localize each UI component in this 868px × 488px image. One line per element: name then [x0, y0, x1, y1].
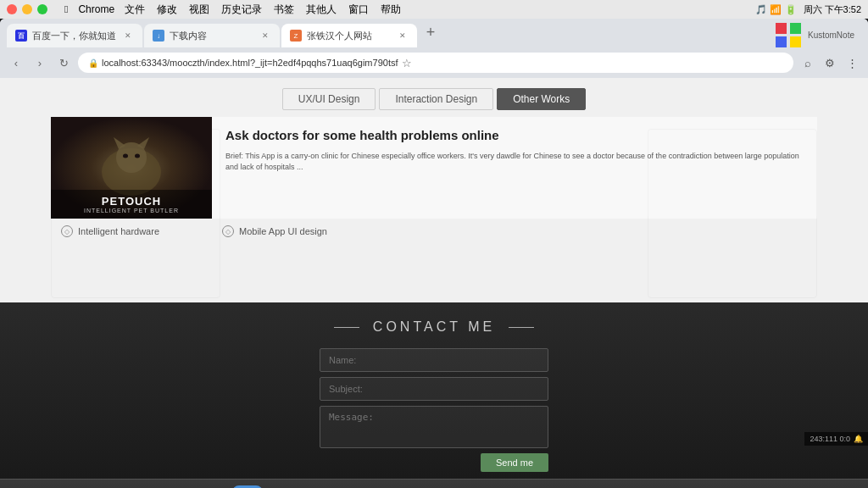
menu-icon[interactable]: ⋮ — [843, 53, 861, 72]
tab-personal-label: 张铁汉个人网站 — [307, 30, 372, 42]
status-bar: 243:111 0:0 🔔 — [804, 432, 868, 446]
bookmark-star[interactable]: ☆ — [402, 57, 412, 69]
tab-baidu-close[interactable]: ✕ — [122, 30, 134, 42]
dock-notes[interactable]: 📝 — [307, 485, 337, 489]
right-dash — [509, 327, 534, 328]
dock-safari[interactable]: 🌐 — [195, 485, 225, 489]
dock-word2[interactable]: 📊 — [605, 485, 636, 489]
chrome-window: 百 百度一下，你就知道 ✕ ↓ 下载内容 ✕ Z 张铁汉个人网站 ✕ + Kus… — [0, 19, 868, 302]
tab-baidu-label: 百度一下，你就知道 — [32, 30, 116, 42]
dock-calendar[interactable]: 📅 — [270, 485, 300, 489]
message-input[interactable] — [320, 406, 548, 448]
extensions-icon[interactable]: ⚙ — [821, 53, 839, 72]
petouch-subtitle: INTELLIGENT PET BUTLER — [56, 208, 207, 214]
dock-finder[interactable]: 🔍 — [158, 485, 188, 489]
menubar-right: 🎵 📶 🔋 周六 下午3:52 — [755, 3, 861, 16]
tab-download-close[interactable]: ✕ — [259, 30, 271, 42]
status-text: 243:111 0:0 — [810, 435, 850, 443]
send-button[interactable]: Send me — [481, 453, 548, 472]
kustom-label: KustomNote — [808, 30, 854, 40]
menubar-items: 文件 修改 视图 历史记录 书签 其他人 窗口 帮助 — [125, 3, 401, 17]
address-bar: ‹ › ↻ 🔒 localhost:63343/mooczth/index.ht… — [0, 47, 868, 78]
dock-monitor[interactable]: 🖥️ — [568, 485, 598, 489]
personal-favicon: Z — [290, 30, 302, 42]
forward-button[interactable]: › — [31, 53, 49, 72]
dock-trash[interactable]: 🗑️ — [680, 485, 710, 489]
subject-input[interactable] — [320, 377, 548, 401]
dock-mail[interactable]: ✉️ — [493, 485, 524, 489]
minimize-button[interactable] — [22, 4, 32, 14]
tab-bar: 百 百度一下，你就知道 ✕ ↓ 下载内容 ✕ Z 张铁汉个人网站 ✕ + Kus… — [0, 19, 868, 47]
name-input[interactable] — [320, 348, 548, 372]
tab-download-label: 下载内容 — [170, 30, 207, 42]
menu-window[interactable]: 窗口 — [348, 3, 369, 17]
dock-word[interactable]: 📄 — [456, 485, 487, 489]
contact-form: Send me — [320, 348, 548, 472]
maximize-button[interactable] — [37, 4, 47, 14]
menu-other[interactable]: 其他人 — [306, 3, 337, 17]
search-icon[interactable]: ⌕ — [798, 53, 817, 72]
dock-itunes[interactable]: 🎵 — [344, 485, 375, 489]
download-favicon: ↓ — [153, 30, 164, 42]
baidu-favicon: 百 — [15, 30, 27, 42]
contact-section: CONTACT ME Send me — [0, 302, 868, 479]
dock: 🔍 🌐 🔵 📅 📝 🎵 📱 💬 📄 ✉️ 🎨 🖥️ 📊 🔒 🗑️ — [0, 479, 868, 488]
left-dash — [334, 327, 359, 328]
menu-help[interactable]: 帮助 — [381, 3, 401, 17]
back-button[interactable]: ‹ — [7, 53, 25, 72]
url-text: localhost:63343/mooczth/index.html?_ijt=… — [102, 58, 398, 68]
contact-title: CONTACT ME — [373, 319, 495, 335]
chrome-label[interactable]: Chrome — [78, 3, 114, 15]
new-tab-button[interactable]: + — [419, 20, 442, 44]
tab-baidu[interactable]: 百 百度一下，你就知道 ✕ — [7, 24, 142, 47]
dock-chrome[interactable]: 🔵 — [232, 485, 263, 489]
dock-messages[interactable]: 💬 — [419, 485, 449, 489]
menu-view[interactable]: 视图 — [189, 3, 209, 17]
menu-bookmarks[interactable]: 书签 — [274, 3, 294, 17]
kustom-logo — [776, 23, 803, 47]
menubar:  Chrome 文件 修改 视图 历史记录 书签 其他人 窗口 帮助 🎵 📶 … — [0, 0, 868, 19]
site-content: ZL UX/UI Design Interaction Design Other… — [0, 78, 868, 302]
petouch-title: PETOUCH — [56, 195, 207, 208]
tab-download[interactable]: ↓ 下载内容 ✕ — [144, 24, 280, 47]
refresh-button[interactable]: ↻ — [54, 53, 73, 72]
menu-file[interactable]: 文件 — [125, 3, 145, 17]
dock-quicktime[interactable]: 🔒 — [643, 485, 673, 489]
contact-title-row: CONTACT ME — [17, 319, 851, 335]
dock-photoshop[interactable]: 🎨 — [531, 485, 561, 489]
window-controls — [7, 4, 47, 14]
address-input[interactable]: 🔒 localhost:63343/mooczth/index.html?_ij… — [78, 53, 793, 73]
lock-icon: 🔒 — [88, 58, 98, 68]
toolbar-right: ⌕ ⚙ ⋮ — [798, 53, 861, 72]
petouch-text: PETOUCH INTELLIGENT PET BUTLER — [51, 190, 212, 219]
svg-point-5 — [123, 154, 128, 158]
menu-edit[interactable]: 修改 — [157, 3, 177, 17]
tab-personal-close[interactable]: ✕ — [397, 30, 409, 42]
tab-personal[interactable]: Z 张铁汉个人网站 ✕ — [281, 24, 417, 47]
apple-menu[interactable]:  — [64, 3, 68, 15]
petouch-card[interactable]: PETOUCH INTELLIGENT PET BUTLER — [51, 117, 212, 219]
menubar-icons: 🎵 📶 🔋 — [755, 4, 796, 15]
close-button[interactable] — [7, 4, 17, 14]
menubar-time: 周六 下午3:52 — [804, 3, 861, 16]
menu-history[interactable]: 历史记录 — [221, 3, 262, 17]
dock-appstore[interactable]: 📱 — [381, 485, 412, 489]
status-info: 🔔 — [854, 435, 863, 443]
svg-point-6 — [135, 154, 140, 158]
